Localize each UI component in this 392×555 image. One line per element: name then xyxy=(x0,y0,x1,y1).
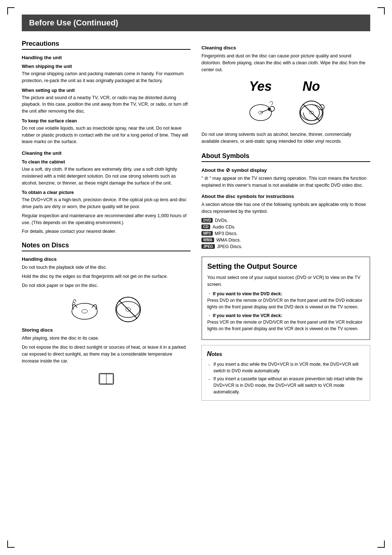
storing-disc-image xyxy=(22,368,191,390)
storing-discs-text2: Do not expose the disc to direct sunligh… xyxy=(22,344,191,364)
about-symbols-section: About Symbols About the ⊘ symbol display… xyxy=(201,152,370,249)
svg-line-15 xyxy=(303,104,320,121)
wma-badge: WMA xyxy=(201,238,214,242)
header-banner: Before Use (Continued) xyxy=(22,15,370,31)
corner-mark-bl xyxy=(7,540,15,548)
disc-symbols-list: DVD DVDs. CD Audio CDs. MP3 MP3 Discs. W… xyxy=(201,218,370,249)
vcr-deck-label: If you want to view the VCR deck: xyxy=(213,313,282,318)
yes-no-area: Yes xyxy=(201,79,370,125)
handling-discs-text1: Do not touch the playback side of the di… xyxy=(22,264,191,271)
notes-dot-1: ・ xyxy=(207,362,211,374)
to-keep-clean-text: Do not use volatile liquids, such as ins… xyxy=(22,125,191,145)
notes-dot-2: ・ xyxy=(207,376,211,395)
disc-type-cd: CD Audio CDs. xyxy=(201,224,370,230)
jpeg-label: JPEG Discs. xyxy=(217,244,242,249)
no-item: No xyxy=(293,79,330,125)
notes-item-2: ・ If you insert a cassette tape without … xyxy=(207,376,365,395)
notes-title: Notes xyxy=(207,349,365,359)
cd-badge: CD xyxy=(201,224,210,229)
when-setting-up-text: The picture and sound of a nearby TV, VC… xyxy=(22,94,191,115)
yes-item: Yes xyxy=(242,79,279,125)
output-source-title: Setting the Output Source xyxy=(207,262,364,271)
yes-label: Yes xyxy=(249,79,272,94)
wma-label: WMA Discs. xyxy=(216,238,241,243)
cleaning-discs-after-text: Do not use strong solvents such as alcoh… xyxy=(201,131,370,145)
cleaning-unit-title: Cleaning the unit xyxy=(22,150,191,156)
to-obtain-picture-text3: For details, please contact your nearest… xyxy=(22,228,191,235)
notes-item-1: ・ If you insert a disc while the DVD+VCR… xyxy=(207,361,365,374)
vcr-deck-point: ・ If you want to view the VCR deck: Pres… xyxy=(207,312,364,332)
when-shipping-title: When shipping the unit xyxy=(22,64,191,69)
page: Before Use (Continued) Precautions Handl… xyxy=(0,0,392,555)
handling-discs-text3: Do not stick paper or tape on the disc. xyxy=(22,282,191,289)
output-source-box: Setting the Output Source You must selec… xyxy=(201,256,370,340)
svg-line-5 xyxy=(119,300,137,319)
notes-otes: otes xyxy=(212,351,222,358)
left-column: Precautions Handling the unit When shipp… xyxy=(22,40,191,401)
corner-mark-br xyxy=(377,540,385,548)
to-clean-cabinet-text: Use a soft, dry cloth. If the surfaces a… xyxy=(22,166,191,186)
precautions-title: Precautions xyxy=(22,40,191,50)
dvd-badge: DVD xyxy=(201,218,213,223)
notes-box: Notes ・ If you insert a disc while the D… xyxy=(201,345,370,401)
dvd-deck-label: If you want to view the DVD deck: xyxy=(213,291,282,296)
to-keep-clean-title: To keep the surface clean xyxy=(22,118,191,123)
svg-point-1 xyxy=(82,309,87,313)
no-disc-illustration xyxy=(293,96,330,125)
to-obtain-picture-text2: Regular inspection and maintenance are r… xyxy=(22,212,191,226)
about-symbols-title: About Symbols xyxy=(201,152,370,162)
disc-bad-illustration xyxy=(112,293,144,322)
disc-case-illustration xyxy=(95,368,117,390)
disc-good-illustration xyxy=(68,293,101,322)
symbol-display-title: About the ⊘ symbol display xyxy=(201,167,370,173)
bullet-dot-vcr: ・ xyxy=(207,313,212,318)
symbol-display-text: " ⊘ " may appear on the TV screen during… xyxy=(201,175,370,189)
mp3-label: MP3 Discs. xyxy=(215,231,238,236)
handling-unit-title: Handling the unit xyxy=(22,55,191,60)
corner-mark-tr xyxy=(377,7,385,15)
disc-type-mp3: MP3 MP3 Discs. xyxy=(201,231,370,236)
vcr-deck-text: Press VCR on the remote or DVD/VCR on th… xyxy=(207,320,363,331)
disc-type-jpeg: JPEG JPEG Discs. xyxy=(201,244,370,249)
dvd-deck-point: ・ If you want to view the DVD deck: Pres… xyxy=(207,291,364,310)
mp3-badge: MP3 xyxy=(201,231,213,236)
disc-symbols-text: A section whose title has one of the fol… xyxy=(201,201,370,215)
cd-label: Audio CDs. xyxy=(212,224,235,230)
bullet-dot-dvd: ・ xyxy=(207,291,212,296)
notes-text-1: If you insert a disc while the DVD+VCR i… xyxy=(213,361,365,374)
jpeg-badge: JPEG xyxy=(201,244,215,249)
svg-line-11 xyxy=(261,109,270,113)
cleaning-discs-text: Fingerprints and dust on the disc can ca… xyxy=(201,53,370,73)
dvd-label: DVDs. xyxy=(215,218,228,223)
notes-on-discs-title: Notes on Discs xyxy=(22,242,191,251)
notes-n-char: N xyxy=(207,349,212,359)
handling-discs-title: Handling discs xyxy=(22,256,191,262)
to-obtain-picture-title: To obtain a clear picture xyxy=(22,190,191,195)
notes-text-2: If you insert a cassette tape without an… xyxy=(213,376,365,395)
disc-type-dvd: DVD DVDs. xyxy=(201,218,370,223)
output-source-text: You must select one of your output sourc… xyxy=(207,274,364,288)
header-title: Before Use (Continued) xyxy=(29,18,118,27)
dvd-deck-text: Press DVD on the remote or DVD/VCR on th… xyxy=(207,298,363,309)
disc-handling-images xyxy=(22,293,191,322)
no-label: No xyxy=(303,79,320,94)
to-clean-cabinet-title: To clean the cabinet xyxy=(22,159,191,165)
yes-disc-illustration xyxy=(242,96,279,125)
handling-discs-text2: Hold the disc by the edges so that finge… xyxy=(22,273,191,280)
storing-discs-title: Storing discs xyxy=(22,327,191,333)
to-obtain-picture-text1: The DVD+VCR is a high-tech, precision de… xyxy=(22,197,191,210)
storing-discs-text1: After playing, store the disc in its cas… xyxy=(22,335,191,342)
disc-type-wma: WMA WMA Discs. xyxy=(201,238,370,243)
cleaning-discs-title: Cleaning discs xyxy=(201,45,370,50)
disc-symbols-title: About the disc symbols for instructions xyxy=(201,194,370,199)
right-column: Cleaning discs Fingerprints and dust on … xyxy=(201,40,370,401)
two-column-layout: Precautions Handling the unit When shipp… xyxy=(22,40,370,401)
when-shipping-text: The original shipping carton and packing… xyxy=(22,70,191,84)
when-setting-up-title: When setting up the unit xyxy=(22,88,191,93)
corner-mark-tl xyxy=(7,7,15,15)
